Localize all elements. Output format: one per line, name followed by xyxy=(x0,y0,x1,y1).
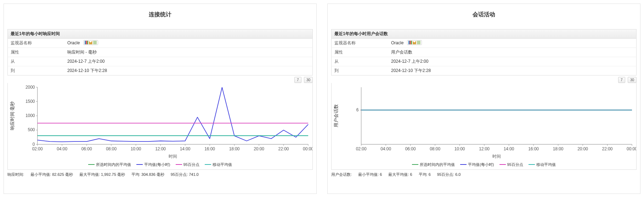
stats-avg-value: 6 xyxy=(429,172,431,177)
mail-icon[interactable] xyxy=(89,41,92,44)
svg-text:10:00: 10:00 xyxy=(131,146,141,151)
meta-label: 到 xyxy=(11,68,67,74)
legend-d: 移动平均值 xyxy=(213,162,232,167)
svg-text:18:00: 18:00 xyxy=(553,146,564,151)
legend-a: 所选时间内的平均值 xyxy=(96,162,131,167)
svg-text:16:00: 16:00 xyxy=(528,146,539,151)
legend: 所选时间内的平均值 平均值(每小时) 95百分点 移动平均值 xyxy=(8,159,312,169)
range-7-button[interactable]: 7 xyxy=(618,77,625,83)
meta-row: 属性 用户会话数 xyxy=(331,48,637,57)
svg-text:22:00: 22:00 xyxy=(602,146,613,151)
svg-text:12:00: 12:00 xyxy=(155,146,166,151)
meta-value: 用户会话数 xyxy=(391,49,412,55)
stats-name: 用户会话数: xyxy=(331,172,352,177)
monitor-icon-group[interactable] xyxy=(83,40,98,45)
stats-line: 响应时间: 最小平均值: 82.625 毫秒 最大平均值: 1,992.75 毫… xyxy=(4,170,316,179)
stats-min-value: 6 xyxy=(380,172,382,177)
svg-text:时间: 时间 xyxy=(492,154,501,159)
meta-value: 2024-12-7 上午2:00 xyxy=(67,58,104,65)
report-icon[interactable] xyxy=(417,41,420,44)
svg-text:08:00: 08:00 xyxy=(106,146,117,151)
meta-row: 从 2024-12-7 上午2:00 xyxy=(7,57,313,66)
panel-title: 连接统计 xyxy=(4,4,316,29)
svg-text:10:00: 10:00 xyxy=(454,146,465,151)
monitor-icon-group[interactable] xyxy=(407,40,422,45)
chart-title-bar: 最近1年的每小时响应时间 xyxy=(7,29,313,39)
svg-text:14:00: 14:00 xyxy=(504,146,514,151)
monitor-name: Oracle xyxy=(67,40,80,45)
svg-text:500: 500 xyxy=(28,127,35,132)
legend-a: 所选时间内的平均值 xyxy=(420,162,455,167)
stats-p95-value: 741.0 xyxy=(189,172,199,177)
svg-text:04:00: 04:00 xyxy=(380,146,391,151)
svg-text:04:00: 04:00 xyxy=(57,146,67,151)
chart-icon[interactable] xyxy=(85,41,88,44)
stats-max-label: 最大平均值: xyxy=(388,172,409,177)
meta-value: 响应时间 - 毫秒 xyxy=(67,49,97,55)
svg-text:00:00: 00:00 xyxy=(303,146,312,151)
monitor-name: Oracle xyxy=(391,40,403,45)
meta-label: 监视器名称 xyxy=(11,40,67,46)
legend-c: 95百分点 xyxy=(183,162,199,167)
chart-icon[interactable] xyxy=(408,41,412,44)
svg-text:02:00: 02:00 xyxy=(356,146,367,151)
svg-text:12:00: 12:00 xyxy=(479,146,490,151)
svg-text:02:00: 02:00 xyxy=(32,146,43,151)
meta-value: Oracle xyxy=(391,40,422,46)
panel-title: 会话活动 xyxy=(328,4,640,29)
svg-text:20:00: 20:00 xyxy=(577,146,588,151)
meta-value: 2024-12-7 上午2:00 xyxy=(391,58,428,65)
stats-name: 响应时间: xyxy=(7,172,24,177)
legend-c: 95百分点 xyxy=(507,162,523,167)
range-7-button[interactable]: 7 xyxy=(294,77,301,83)
svg-text:22:00: 22:00 xyxy=(278,146,289,151)
svg-text:08:00: 08:00 xyxy=(430,146,440,151)
stats-avg-label: 平均: xyxy=(419,172,428,177)
meta-row: 监视器名称 Oracle xyxy=(331,39,637,48)
mail-icon[interactable] xyxy=(413,41,416,44)
svg-text:16:00: 16:00 xyxy=(204,146,215,151)
svg-text:2000: 2000 xyxy=(26,85,35,90)
range-30-button[interactable]: 30 xyxy=(304,77,313,83)
meta-label: 到 xyxy=(334,68,391,74)
stats-min-label: 最小平均值: xyxy=(30,172,51,177)
svg-text:14:00: 14:00 xyxy=(180,146,191,151)
meta-value: 2024-12-10 下午2:28 xyxy=(391,68,431,74)
meta-row: 属性 响应时间 - 毫秒 xyxy=(7,48,313,57)
meta-value: 2024-12-10 下午2:28 xyxy=(67,68,107,74)
svg-text:响应时间 毫秒: 响应时间 毫秒 xyxy=(10,101,15,130)
svg-text:06:00: 06:00 xyxy=(405,146,416,151)
report-icon[interactable] xyxy=(93,41,97,44)
meta-label: 从 xyxy=(334,58,391,65)
svg-text:0: 0 xyxy=(33,142,35,147)
svg-text:20:00: 20:00 xyxy=(254,146,264,151)
meta-row: 到 2024-12-10 下午2:28 xyxy=(331,66,637,76)
stats-p95-label: 95百分点: xyxy=(171,172,188,177)
stats-p95-label: 95百分点: xyxy=(437,172,454,177)
chart-title-bar: 最近1年的每小时用户会话数 xyxy=(331,29,637,39)
meta-row: 到 2024-12-10 下午2:28 xyxy=(7,66,313,76)
stats-min-value: 82.625 毫秒 xyxy=(52,172,73,177)
stats-line: 用户会话数: 最小平均值: 6 最大平均值: 6 平均: 6 95百分点: 6.… xyxy=(328,170,640,179)
session-activity-panel: 会话活动 最近1年的每小时用户会话数 监视器名称 Oracle 属性 用户会话数 xyxy=(327,4,640,194)
meta-label: 监视器名称 xyxy=(334,40,391,46)
stats-max-value: 6 xyxy=(410,172,412,177)
meta-label: 从 xyxy=(11,58,67,65)
svg-text:时间: 时间 xyxy=(169,154,177,159)
legend-b: 平均值(每小时) xyxy=(144,162,170,167)
stats-min-label: 最小平均值: xyxy=(358,172,379,177)
svg-text:00:00: 00:00 xyxy=(627,146,636,151)
svg-text:用户会话数: 用户会话数 xyxy=(333,104,339,127)
svg-text:6: 6 xyxy=(356,107,359,112)
stats-max-value: 1,992.75 毫秒 xyxy=(101,172,125,177)
stats-avg-label: 平均: xyxy=(131,172,140,177)
response-time-chart: 050010001500200002:0004:0006:0008:0010:0… xyxy=(8,83,312,159)
stats-avg-value: 304.836 毫秒 xyxy=(141,172,164,177)
range-30-button[interactable]: 30 xyxy=(628,77,637,83)
legend: 所选时间内的平均值 平均值(每小时) 95百分点 移动平均值 xyxy=(332,159,636,169)
svg-text:1500: 1500 xyxy=(26,99,35,104)
session-chart: 602:0004:0006:0008:0010:0012:0014:0016:0… xyxy=(332,83,636,159)
meta-table: 监视器名称 Oracle 属性 响应时间 - 毫秒 从 2024-12-7 上午… xyxy=(4,39,316,76)
meta-table: 监视器名称 Oracle 属性 用户会话数 从 2024-12-7 上午2:00 xyxy=(328,39,640,76)
svg-text:06:00: 06:00 xyxy=(81,146,92,151)
